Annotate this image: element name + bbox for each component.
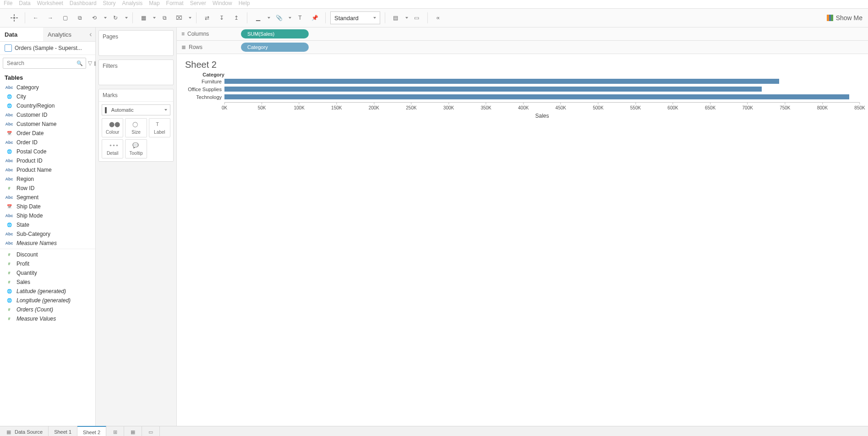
caret-icon bbox=[189, 17, 191, 19]
field-category[interactable]: AbcCategory bbox=[0, 83, 95, 92]
field-sales[interactable]: #Sales bbox=[0, 278, 95, 287]
menu-help[interactable]: Help bbox=[239, 0, 250, 6]
field-postal-code[interactable]: 🌐Postal Code bbox=[0, 147, 95, 156]
field-customer-id[interactable]: AbcCustomer ID bbox=[0, 110, 95, 120]
columns-shelf[interactable]: ≡Columns SUM(Sales) bbox=[177, 27, 868, 41]
menu-analysis[interactable]: Analysis bbox=[122, 0, 143, 6]
save-button[interactable]: ▢ bbox=[59, 12, 71, 24]
text-button[interactable]: T bbox=[294, 12, 306, 24]
new-dashboard-icon: ▦ bbox=[130, 429, 136, 435]
new-worksheet-tab[interactable]: ⊞ bbox=[106, 426, 124, 436]
mark-detail-button[interactable]: ∘∘∘Detail bbox=[102, 139, 123, 158]
menu-format[interactable]: Format bbox=[166, 0, 184, 6]
field-latitude-generated-[interactable]: 🌐Latitude (generated) bbox=[0, 287, 95, 296]
highlight-button[interactable]: ▁ bbox=[252, 12, 264, 24]
redo-button[interactable]: → bbox=[44, 12, 56, 24]
mark-label-button[interactable]: TLabel bbox=[149, 118, 170, 137]
show-me-button[interactable]: Show Me bbox=[827, 14, 863, 22]
collapse-pane-button[interactable]: ‹ bbox=[86, 27, 95, 41]
field-ship-date[interactable]: 📅Ship Date bbox=[0, 202, 95, 211]
field-segment[interactable]: AbcSegment bbox=[0, 193, 95, 202]
field-longitude-generated-[interactable]: 🌐Longitude (generated) bbox=[0, 296, 95, 305]
field-order-date[interactable]: 📅Order Date bbox=[0, 129, 95, 138]
undo-button[interactable]: ← bbox=[30, 12, 42, 24]
abc-icon: Abc bbox=[5, 177, 14, 181]
sort-asc-button[interactable]: ↧ bbox=[216, 12, 228, 24]
presentation-mode-button[interactable]: ▭ bbox=[411, 12, 423, 24]
sheet-title[interactable]: Sheet 2 bbox=[177, 54, 868, 72]
tab-datasource[interactable]: ▦ Data Source bbox=[0, 426, 49, 436]
pages-card[interactable]: Pages bbox=[98, 30, 174, 56]
sort-desc-button[interactable]: ↥ bbox=[230, 12, 242, 24]
bar-office-supplies[interactable] bbox=[224, 87, 762, 92]
datasource-row[interactable]: Orders (Sample - Superst... bbox=[0, 42, 95, 55]
filter-fields-button[interactable]: ▽ bbox=[88, 59, 92, 67]
swap-button[interactable]: ⇄ bbox=[201, 12, 213, 24]
abc-icon: Abc bbox=[5, 140, 14, 145]
share-button[interactable]: ∝ bbox=[432, 12, 444, 24]
field-label: Postal Code bbox=[16, 148, 46, 155]
field-measure-names[interactable]: AbcMeasure Names bbox=[0, 239, 95, 248]
field-region[interactable]: AbcRegion bbox=[0, 174, 95, 184]
field-quantity[interactable]: #Quantity bbox=[0, 268, 95, 278]
menu-story[interactable]: Story bbox=[103, 0, 116, 6]
chart: Category FurnitureOffice SuppliesTechnol… bbox=[177, 72, 868, 426]
field-orders-count-[interactable]: #Orders (Count) bbox=[0, 305, 95, 314]
new-worksheet-button[interactable]: ▦ bbox=[137, 12, 149, 24]
field-discount[interactable]: #Discount bbox=[0, 249, 95, 259]
field-sub-category[interactable]: AbcSub-Category bbox=[0, 229, 95, 239]
show-hide-cards-button[interactable]: ▤ bbox=[390, 12, 402, 24]
pin-button[interactable]: 📌 bbox=[309, 12, 321, 24]
tableau-logo-icon[interactable] bbox=[8, 12, 20, 24]
rows-shelf[interactable]: ≣Rows Category bbox=[177, 41, 868, 54]
bar-furniture[interactable] bbox=[224, 79, 779, 84]
field-customer-name[interactable]: AbcCustomer Name bbox=[0, 120, 95, 129]
columns-pill[interactable]: SUM(Sales) bbox=[241, 29, 309, 38]
menu-window[interactable]: Window bbox=[213, 0, 232, 6]
menu-dashboard[interactable]: Dashboard bbox=[70, 0, 97, 6]
new-story-tab[interactable]: ▭ bbox=[142, 426, 160, 436]
filters-card[interactable]: Filters bbox=[98, 60, 174, 85]
search-input[interactable] bbox=[6, 60, 76, 67]
menu-data[interactable]: Data bbox=[19, 0, 30, 6]
mark-type-select[interactable]: ▌Automatic bbox=[102, 104, 170, 115]
marks-card: Marks ▌Automatic ⬤⬤Colour◯SizeTLabel∘∘∘D… bbox=[98, 89, 174, 162]
field-measure-values[interactable]: #Measure Values bbox=[0, 314, 95, 323]
field-profit[interactable]: #Profit bbox=[0, 259, 95, 268]
duplicate-button[interactable]: ⧉ bbox=[158, 12, 170, 24]
menu-server[interactable]: Server bbox=[190, 0, 206, 6]
field-city[interactable]: 🌐City bbox=[0, 92, 95, 101]
refresh-button[interactable]: ↻ bbox=[109, 12, 121, 24]
tick: 500K bbox=[593, 103, 603, 110]
field-country-region[interactable]: 🌐Country/Region bbox=[0, 101, 95, 110]
clear-button[interactable]: ⌧ bbox=[173, 12, 185, 24]
field-row-id[interactable]: #Row ID bbox=[0, 184, 95, 193]
menu-file[interactable]: File bbox=[4, 0, 12, 6]
rows-pill[interactable]: Category bbox=[241, 43, 309, 52]
menu-worksheet[interactable]: Worksheet bbox=[37, 0, 63, 6]
tables-header: Tables bbox=[0, 71, 95, 83]
rows-icon: ≣ bbox=[181, 44, 186, 50]
tab-sheet-1[interactable]: Sheet 1 bbox=[49, 426, 77, 436]
new-dashboard-tab[interactable]: ▦ bbox=[124, 426, 142, 436]
bar-technology[interactable] bbox=[224, 94, 849, 99]
search-input-wrap[interactable]: 🔍 bbox=[3, 58, 86, 69]
pause-auto-update-button[interactable]: ⟲ bbox=[88, 12, 100, 24]
new-datasource-button[interactable]: ⧉ bbox=[74, 12, 86, 24]
field-product-id[interactable]: AbcProduct ID bbox=[0, 156, 95, 165]
field-ship-mode[interactable]: AbcShip Mode bbox=[0, 211, 95, 220]
field-state[interactable]: 🌐State bbox=[0, 220, 95, 229]
mark-tooltip-button[interactable]: 💬Tooltip bbox=[125, 139, 147, 158]
menu-map[interactable]: Map bbox=[149, 0, 159, 6]
group-button[interactable]: 📎 bbox=[273, 12, 285, 24]
mark-size-button[interactable]: ◯Size bbox=[125, 118, 147, 137]
tab-data[interactable]: Data bbox=[0, 27, 43, 41]
tick: 150K bbox=[331, 103, 342, 110]
field-order-id[interactable]: AbcOrder ID bbox=[0, 138, 95, 147]
field-product-name[interactable]: AbcProduct Name bbox=[0, 165, 95, 174]
tab-sheet-2[interactable]: Sheet 2 bbox=[77, 426, 106, 436]
category-header: Category bbox=[185, 72, 224, 77]
tab-analytics[interactable]: Analytics bbox=[43, 27, 86, 41]
fit-select[interactable]: Standard bbox=[330, 11, 380, 24]
mark-colour-button[interactable]: ⬤⬤Colour bbox=[102, 118, 123, 137]
